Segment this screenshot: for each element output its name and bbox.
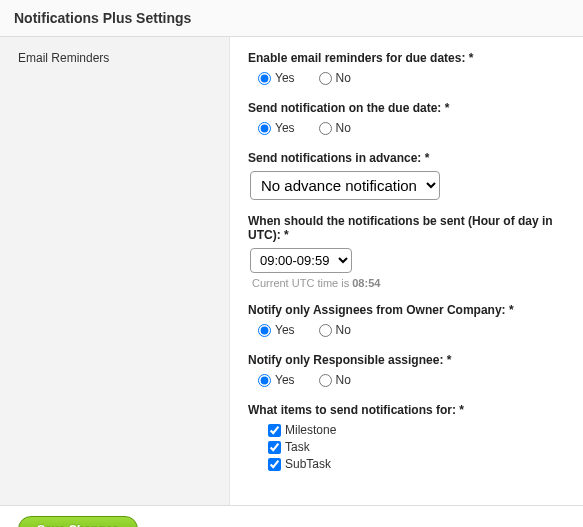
radio-owner-no[interactable] xyxy=(319,324,332,337)
page-title: Notifications Plus Settings xyxy=(14,10,569,26)
field-label: What items to send notifications for: * xyxy=(248,403,565,417)
radio-label: No xyxy=(336,323,351,337)
field-hour: When should the notifications be sent (H… xyxy=(248,214,565,289)
page-header: Notifications Plus Settings xyxy=(0,0,583,37)
radio-enable-yes[interactable] xyxy=(258,72,271,85)
radio-label: Yes xyxy=(275,323,295,337)
settings-form: Enable email reminders for due dates: * … xyxy=(230,37,583,505)
field-owner-only: Notify only Assignees from Owner Company… xyxy=(248,303,565,339)
field-label: Send notification on the due date: * xyxy=(248,101,565,115)
field-due-date: Send notification on the due date: * Yes… xyxy=(248,101,565,137)
checkbox-label: Milestone xyxy=(285,423,336,437)
radio-resp-yes[interactable] xyxy=(258,374,271,387)
save-button[interactable]: Save Changes xyxy=(18,516,138,527)
radio-label: Yes xyxy=(275,121,295,135)
field-label: Notify only Assignees from Owner Company… xyxy=(248,303,565,317)
field-responsible-only: Notify only Responsible assignee: * Yes … xyxy=(248,353,565,389)
radio-label: No xyxy=(336,373,351,387)
radio-label: Yes xyxy=(275,373,295,387)
content: Email Reminders Enable email reminders f… xyxy=(0,37,583,506)
field-advance: Send notifications in advance: * No adva… xyxy=(248,151,565,200)
radio-group-due-date: Yes No xyxy=(248,121,565,137)
sidebar: Email Reminders xyxy=(0,37,230,505)
checkbox-group-items: Milestone Task SubTask xyxy=(258,423,565,471)
radio-resp-no[interactable] xyxy=(319,374,332,387)
hint-time: 08:54 xyxy=(352,277,380,289)
field-enable-reminders: Enable email reminders for due dates: * … xyxy=(248,51,565,87)
checkbox-label: SubTask xyxy=(285,457,331,471)
hint-prefix: Current UTC time is xyxy=(252,277,352,289)
radio-owner-yes[interactable] xyxy=(258,324,271,337)
field-items: What items to send notifications for: * … xyxy=(248,403,565,471)
field-label: Notify only Responsible assignee: * xyxy=(248,353,565,367)
radio-group-owner: Yes No xyxy=(248,323,565,339)
sidebar-item-email-reminders[interactable]: Email Reminders xyxy=(18,51,211,65)
radio-due-yes[interactable] xyxy=(258,122,271,135)
select-hour[interactable]: 09:00-09:59 xyxy=(250,248,352,273)
field-label: When should the notifications be sent (H… xyxy=(248,214,565,242)
radio-label: No xyxy=(336,71,351,85)
select-advance[interactable]: No advance notification xyxy=(250,171,440,200)
radio-group-responsible: Yes No xyxy=(248,373,565,389)
field-label: Send notifications in advance: * xyxy=(248,151,565,165)
radio-group-enable: Yes No xyxy=(248,71,565,87)
radio-label: No xyxy=(336,121,351,135)
checkbox-milestone[interactable] xyxy=(268,424,281,437)
utc-hint: Current UTC time is 08:54 xyxy=(252,277,565,289)
footer: Save Changes xyxy=(0,506,583,527)
radio-enable-no[interactable] xyxy=(319,72,332,85)
checkbox-task[interactable] xyxy=(268,441,281,454)
radio-due-no[interactable] xyxy=(319,122,332,135)
radio-label: Yes xyxy=(275,71,295,85)
field-label: Enable email reminders for due dates: * xyxy=(248,51,565,65)
checkbox-subtask[interactable] xyxy=(268,458,281,471)
checkbox-label: Task xyxy=(285,440,310,454)
